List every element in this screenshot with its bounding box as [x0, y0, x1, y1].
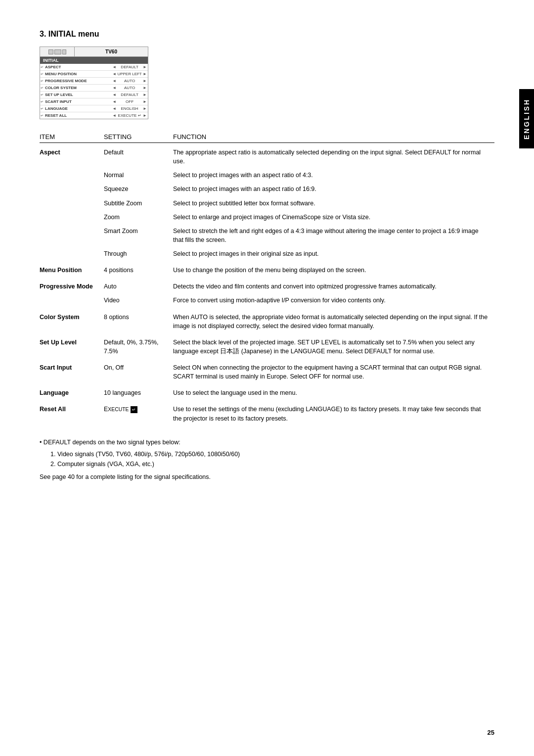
table-cell-item: Progressive Mode — [40, 277, 104, 293]
table-cell-function: Select the black level of the projected … — [173, 333, 494, 358]
table-cell-setting: Zoom — [104, 210, 173, 224]
table-cell-setting: EXECUTE ↵ — [104, 400, 173, 425]
table-row: Subtitle ZoomSelect to project subtitled… — [40, 196, 494, 210]
table-row: SqueezeSelect to project images with an … — [40, 182, 494, 196]
table-cell-function: When AUTO is selected, the appropriate v… — [173, 308, 494, 333]
table-cell-item: Reset All — [40, 400, 104, 425]
table-cell-function: Select to project images with an aspect … — [173, 168, 494, 182]
table-row: Set Up LevelDefault, 0%, 3.75%, 7.5%Sele… — [40, 333, 494, 358]
col-header-item: Item — [40, 131, 104, 143]
menu-item: ↵SET UP LEVEL◄DEFAULT► — [40, 92, 148, 98]
menu-item-indicator: ↵ — [40, 100, 44, 104]
table-cell-function: Select to project images in their origin… — [173, 247, 494, 261]
menu-item-value: DEFAULT — [117, 93, 142, 97]
menu-item-name: PROGRESSIVE MODE — [44, 79, 111, 83]
menu-section-label: INITIAL — [40, 57, 148, 64]
table-cell-item: Scart Input — [40, 358, 104, 383]
menu-item-value: EXECUTE ↵ — [117, 113, 142, 118]
table-row: Language10 languagesUse to select the la… — [40, 383, 494, 400]
page-number: 25 — [488, 729, 494, 736]
list-item: Video signals (TV50, TV60, 480i/p, 576i/… — [57, 449, 494, 459]
table-row: Color System8 optionsWhen AUTO is select… — [40, 308, 494, 333]
table-cell-function: Use to select the language used in the m… — [173, 383, 494, 400]
table-row: ThroughSelect to project images in their… — [40, 247, 494, 261]
menu-item-arrow-right: ► — [142, 113, 148, 118]
table-row: Scart InputOn, OffSelect ON when connect… — [40, 358, 494, 383]
table-cell-item: Aspect — [40, 143, 104, 169]
menu-item-arrow-left: ◄ — [111, 79, 117, 83]
table-cell-setting: 10 languages — [104, 383, 173, 400]
table-cell-item: Menu Position — [40, 261, 104, 277]
menu-item-indicator: ↵ — [40, 114, 44, 118]
menu-item: ↵LANGUAGE◄ENGLISH► — [40, 105, 148, 112]
menu-item-name: LANGUAGE — [44, 106, 111, 111]
menu-item: ↵SCART INPUT◄OFF► — [40, 98, 148, 105]
menu-title: TV60 — [75, 47, 148, 56]
menu-icon-area — [40, 47, 75, 56]
table-cell-setting: Squeeze — [104, 182, 173, 196]
menu-item-arrow-left: ◄ — [111, 86, 117, 90]
table-row: NormalSelect to project images with an a… — [40, 168, 494, 182]
menu-item-arrow-left: ◄ — [111, 99, 117, 104]
table-cell-item — [40, 168, 104, 182]
notes-section: DEFAULT depends on the two signal types … — [40, 437, 494, 482]
menu-item: ↵ASPECT◄DEFAULT► — [40, 64, 148, 71]
table-cell-item — [40, 210, 104, 224]
table-cell-setting: Default, 0%, 3.75%, 7.5% — [104, 333, 173, 358]
reference-table: Item Setting Function AspectDefaultThe a… — [40, 131, 494, 425]
menu-item-arrow-left: ◄ — [111, 106, 117, 111]
table-cell-setting: Normal — [104, 168, 173, 182]
table-cell-function: Select to enlarge and project images of … — [173, 210, 494, 224]
table-row: Menu Position4 positionsUse to change th… — [40, 261, 494, 277]
table-cell-setting: Default — [104, 143, 173, 169]
menu-item-arrow-right: ► — [142, 99, 148, 104]
table-row: Smart ZoomSelect to stretch the left and… — [40, 224, 494, 247]
table-row: Progressive ModeAutoDetects the video an… — [40, 277, 494, 293]
menu-item-value: OFF — [117, 99, 142, 104]
table-cell-function: Use to reset the settings of the menu (e… — [173, 400, 494, 425]
menu-item-value: AUTO — [117, 79, 142, 83]
menu-item-arrow-right: ► — [142, 65, 148, 69]
menu-item-indicator: ↵ — [40, 79, 44, 83]
table-cell-item — [40, 196, 104, 210]
side-language-tab: ENGLISH — [519, 89, 534, 148]
table-row: ZoomSelect to enlarge and project images… — [40, 210, 494, 224]
menu-item: ↵MENU POSITION◄UPPER LEFT► — [40, 71, 148, 78]
menu-item-arrow-right: ► — [142, 93, 148, 97]
table-cell-setting: Smart Zoom — [104, 224, 173, 247]
menu-item-arrow-left: ◄ — [111, 72, 117, 76]
menu-item-name: SET UP LEVEL — [44, 93, 111, 97]
table-cell-item: Set Up Level — [40, 333, 104, 358]
table-cell-setting: Subtitle Zoom — [104, 196, 173, 210]
menu-item-value: AUTO — [117, 86, 142, 90]
table-cell-item — [40, 224, 104, 247]
table-cell-function: Select to stretch the left and right edg… — [173, 224, 494, 247]
table-cell-setting: Through — [104, 247, 173, 261]
table-cell-function: Use to change the position of the menu b… — [173, 261, 494, 277]
table-cell-setting: Video — [104, 293, 173, 307]
menu-screenshot: TV60 INITIAL ↵ASPECT◄DEFAULT►↵MENU POSIT… — [40, 47, 148, 119]
menu-item-value: ENGLISH — [117, 106, 142, 111]
menu-item-name: SCART INPUT — [44, 99, 111, 104]
menu-item: ↵RESET ALL◄EXECUTE ↵► — [40, 112, 148, 119]
table-cell-function: Select to project images with an aspect … — [173, 182, 494, 196]
menu-item-indicator: ↵ — [40, 93, 44, 97]
menu-item-arrow-left: ◄ — [111, 65, 117, 69]
table-cell-item: Language — [40, 383, 104, 400]
menu-item: ↵COLOR SYSTEM◄AUTO► — [40, 85, 148, 92]
menu-item-arrow-right: ► — [142, 86, 148, 90]
section-title: 3. INITIAL menu — [40, 30, 494, 39]
table-cell-function: The appropriate aspect ratio is automati… — [173, 143, 494, 169]
menu-item-indicator: ↵ — [40, 86, 44, 90]
menu-item-name: RESET ALL — [44, 113, 111, 118]
table-row: Reset AllEXECUTE ↵Use to reset the setti… — [40, 400, 494, 425]
col-header-function: Function — [173, 131, 494, 143]
notes-bullet: DEFAULT depends on the two signal types … — [40, 437, 494, 447]
notes-footer: See page 40 for a complete listing for t… — [40, 472, 494, 482]
col-header-setting: Setting — [104, 131, 173, 143]
menu-item-indicator: ↵ — [40, 72, 44, 76]
table-cell-item — [40, 247, 104, 261]
menu-item-name: ASPECT — [44, 65, 111, 69]
menu-item-arrow-right: ► — [142, 72, 148, 76]
table-cell-function: Detects the video and film contents and … — [173, 277, 494, 293]
